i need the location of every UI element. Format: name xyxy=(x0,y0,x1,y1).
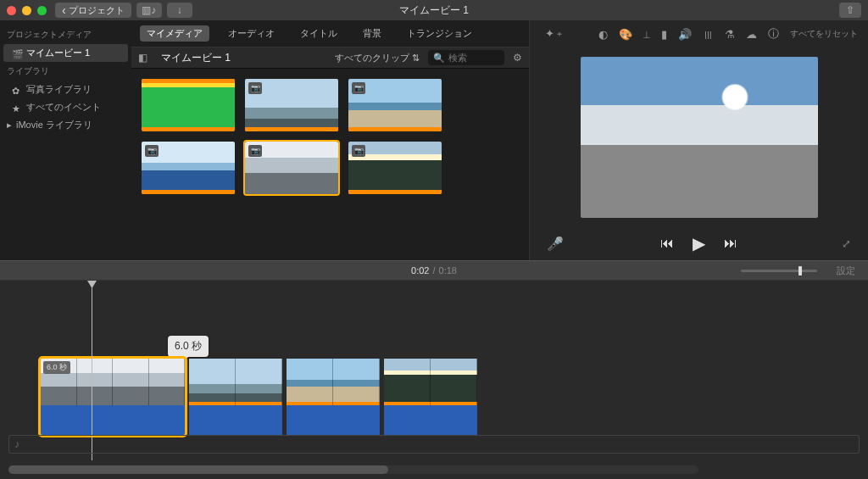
sidebar: プロジェクトメディア 🎬 マイムービー 1 ライブラリ ✿ 写真ライブラリ ★ … xyxy=(0,20,131,260)
clip-thumbnail[interactable]: 📷 xyxy=(142,142,235,194)
zoom-slider[interactable] xyxy=(741,270,817,272)
volume-icon[interactable]: 🔊 xyxy=(678,28,692,41)
clip-filter-dropdown[interactable]: すべてのクリップ ⇅ xyxy=(335,52,420,64)
tab-transitions[interactable]: トランジション xyxy=(400,25,479,42)
voiceover-icon[interactable]: 🎤 xyxy=(547,236,564,252)
layout-toggle-button[interactable]: ▥♪ xyxy=(136,3,162,18)
sidebar-toggle-icon[interactable]: ◧ xyxy=(138,52,147,64)
window-controls xyxy=(7,6,47,15)
camera-icon: 📷 xyxy=(248,145,262,157)
disclosure-triangle-icon: ▸ xyxy=(7,120,12,131)
window-title: マイムービー 1 xyxy=(399,3,469,18)
timeline-clip[interactable] xyxy=(287,359,380,435)
sidebar-item-imovie-library[interactable]: ▸ iMovie ライブラリ xyxy=(0,116,131,134)
camera-icon: 📷 xyxy=(248,82,262,94)
sidebar-heading-project-media: プロジェクトメディア xyxy=(0,25,131,44)
camera-icon: 📷 xyxy=(145,145,159,157)
color-balance-icon[interactable]: ◐ xyxy=(598,28,608,41)
preview-frame xyxy=(581,57,818,218)
star-icon: ★ xyxy=(12,103,22,112)
clip-thumbnail-selected[interactable]: 📷 xyxy=(245,142,338,194)
timeline-clips: 6.0 秒 xyxy=(41,359,477,435)
clips-grid: 📷 📷 📷 📷 📷 xyxy=(131,69,529,204)
camera-icon: 📷 xyxy=(352,145,365,157)
media-tabs: マイメディア オーディオ タイトル 背景 トランジション xyxy=(131,20,529,47)
clip-thumbnail[interactable]: 📷 xyxy=(245,79,338,131)
clip-thumbnail[interactable]: 📷 xyxy=(348,79,442,131)
browser-toolbar: ◧ マイムービー 1 すべてのクリップ ⇅ 🔍 検索 ⚙ xyxy=(131,47,529,69)
next-button[interactable]: ⏭ xyxy=(724,236,737,251)
sidebar-item-label: iMovie ライブラリ xyxy=(16,119,92,131)
play-button[interactable]: ▶ xyxy=(693,233,705,253)
playback-controls: 🎤 ⏮ ▶ ⏭ ⤢ xyxy=(530,226,868,260)
timeline-header: 0:02 / 0:18 設定 xyxy=(0,260,868,281)
timeline[interactable]: 6.0 秒 6.0 秒 ♪ xyxy=(0,281,868,479)
speed-icon[interactable]: ☁ xyxy=(746,28,757,41)
search-placeholder: 検索 xyxy=(448,52,467,64)
magic-wand-icon[interactable]: ✦﹢ xyxy=(545,26,565,42)
sidebar-item-my-movie[interactable]: 🎬 マイムービー 1 xyxy=(3,44,128,62)
clip-thumbnail[interactable] xyxy=(142,79,235,131)
tab-my-media[interactable]: マイメディア xyxy=(140,25,209,42)
updown-arrows-icon: ⇅ xyxy=(412,53,420,64)
sidebar-heading-libraries: ライブラリ xyxy=(0,62,131,81)
title-bar: プロジェクト ▥♪ ↓ マイムービー 1 ⇧ xyxy=(0,0,868,20)
clip-thumbnail[interactable]: 📷 xyxy=(348,142,442,194)
browser-project-name: マイムービー 1 xyxy=(161,51,231,65)
music-note-icon: ♪ xyxy=(14,438,19,450)
current-time: 0:02 xyxy=(411,265,429,276)
flower-icon: ✿ xyxy=(12,86,22,94)
total-time: 0:18 xyxy=(439,265,457,276)
fullscreen-icon[interactable]: ⤢ xyxy=(842,237,851,250)
import-button[interactable]: ↓ xyxy=(167,3,192,18)
clip-duration-badge: 6.0 秒 xyxy=(43,361,70,374)
sidebar-item-all-events[interactable]: ★ すべてのイベント xyxy=(0,98,131,116)
camera-icon: 📷 xyxy=(352,82,365,94)
maximize-window-icon[interactable] xyxy=(37,6,47,15)
close-window-icon[interactable] xyxy=(7,6,16,15)
minimize-window-icon[interactable] xyxy=(22,6,31,15)
reset-all-button[interactable]: すべてをリセット xyxy=(790,28,858,40)
timeline-clip-selected[interactable]: 6.0 秒 xyxy=(41,359,185,435)
preview-pane: ✦﹢ ◐ 🎨 ⟂ ▮ 🔊 ⫼ ⚗ ☁ ⓘ すべてをリセット 🎤 ⏮ ▶ ⏭ ⤢ xyxy=(529,20,868,260)
tab-backgrounds[interactable]: 背景 xyxy=(356,25,388,42)
info-icon[interactable]: ⓘ xyxy=(768,26,779,42)
preview-viewer[interactable] xyxy=(530,47,868,226)
search-input[interactable]: 🔍 検索 xyxy=(428,50,504,65)
timeline-clip[interactable] xyxy=(384,359,477,435)
sidebar-item-label: マイムービー 1 xyxy=(26,47,90,59)
playhead[interactable] xyxy=(92,281,92,460)
duration-tooltip: 6.0 秒 xyxy=(168,336,209,357)
back-to-projects-button[interactable]: プロジェクト xyxy=(55,3,131,18)
sidebar-item-label: すべてのイベント xyxy=(26,101,101,114)
preview-toolbar: ✦﹢ ◐ 🎨 ⟂ ▮ 🔊 ⫼ ⚗ ☁ ⓘ すべてをリセット xyxy=(530,20,868,47)
tab-audio[interactable]: オーディオ xyxy=(221,25,281,42)
equalizer-icon[interactable]: ⫼ xyxy=(703,28,714,41)
sidebar-item-photos[interactable]: ✿ 写真ライブラリ xyxy=(0,81,131,98)
clapperboard-icon: 🎬 xyxy=(12,49,22,58)
timeline-clip[interactable] xyxy=(189,359,282,435)
clip-filter-label: すべてのクリップ xyxy=(335,52,409,64)
audio-track[interactable]: ♪ xyxy=(8,435,860,454)
noise-reduce-icon[interactable]: ⚗ xyxy=(725,28,735,41)
gear-icon[interactable]: ⚙ xyxy=(513,52,522,64)
sidebar-item-label: 写真ライブラリ xyxy=(26,83,92,96)
media-browser: マイメディア オーディオ タイトル 背景 トランジション ◧ マイムービー 1 … xyxy=(131,20,529,260)
search-icon: 🔍 xyxy=(433,53,445,64)
horizontal-scrollbar[interactable] xyxy=(8,465,698,474)
share-button[interactable]: ⇧ xyxy=(839,3,861,18)
color-correct-icon[interactable]: 🎨 xyxy=(619,28,632,41)
crop-icon[interactable]: ⟂ xyxy=(643,28,650,41)
timeline-settings-button[interactable]: 設定 xyxy=(837,265,855,277)
stabilize-icon[interactable]: ▮ xyxy=(661,28,667,41)
tab-titles[interactable]: タイトル xyxy=(293,25,344,42)
prev-button[interactable]: ⏮ xyxy=(660,236,674,251)
